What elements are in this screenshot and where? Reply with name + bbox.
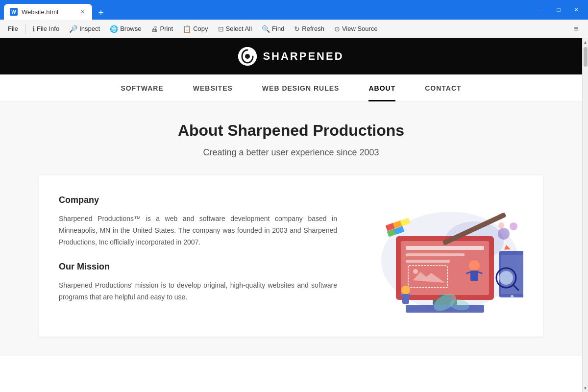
svg-point-18 [511,295,514,298]
refresh-button[interactable]: ↻ Refresh [290,23,328,35]
find-label: Find [272,25,284,32]
svg-rect-7 [406,253,465,256]
svg-rect-30 [402,294,409,304]
print-icon: 🖨 [151,25,158,33]
file-info-icon: ℹ [32,25,35,33]
select-all-button[interactable]: ⊡ Select All [214,23,256,35]
inspect-label: Inspect [79,25,100,32]
tab-close-button[interactable]: ✕ [78,8,86,16]
svg-point-20 [499,271,513,285]
view-source-label: View Source [342,25,378,32]
page-subtitle: Creating a better user experience since … [39,147,543,158]
logo-icon [238,47,257,66]
inspect-icon: 🔎 [69,25,77,33]
copy-button[interactable]: 📋 Copy [179,23,212,35]
file-button[interactable]: File [4,23,22,34]
svg-rect-6 [406,246,484,250]
find-button[interactable]: 🔍 Find [258,23,288,35]
scrollbar-thumb[interactable] [584,47,588,67]
content-card: Company Sharpened Productions™ is a web … [39,175,543,337]
nav-web-design-rules[interactable]: WEB DESIGN RULES [262,84,340,101]
find-icon: 🔍 [262,25,270,33]
new-tab-button[interactable]: + [94,6,108,20]
browser-tab[interactable]: W Website.html ✕ [4,4,92,20]
title-bar: W Website.html ✕ + ─ □ ✕ [0,0,588,20]
tab-favicon: W [10,8,18,16]
file-info-label: File Info [37,25,59,32]
copy-icon: 📋 [183,25,191,33]
window-controls: ─ □ ✕ [533,2,584,18]
tab-title: Website.html [22,8,74,16]
mission-text: Sharpened Productions' mission is to dev… [59,280,337,303]
nav-contact[interactable]: CONTACT [425,84,461,101]
minimize-button[interactable]: ─ [533,2,549,18]
page-content: SHARPENED SOFTWARE WEBSITES WEB DESIGN R… [0,38,582,392]
scrollbar-down-arrow[interactable]: ▼ [583,384,588,392]
refresh-icon: ↻ [294,25,300,33]
toolbar: File ℹ File Info 🔎 Inspect 🌐 Browse 🖨 Pr… [0,20,588,38]
tab-area: W Website.html ✕ + [4,0,533,20]
copy-label: Copy [193,25,208,32]
restore-button[interactable]: □ [551,2,566,18]
scrollbar-track: ▲ ▼ [582,38,588,392]
svg-point-11 [413,269,418,274]
view-source-button[interactable]: ⊙ View Source [330,23,382,35]
svg-point-37 [498,228,510,240]
company-heading: Company [59,195,337,205]
select-all-label: Select All [226,25,252,32]
page-body: About Sharpened Productions Creating a b… [0,102,582,356]
site-navigation: SOFTWARE WEBSITES WEB DESIGN RULES ABOUT… [0,74,582,102]
file-label: File [8,25,18,32]
svg-point-39 [498,222,504,228]
browse-button[interactable]: 🌐 Browse [106,23,145,35]
site-header: SHARPENED [0,38,582,74]
print-button[interactable]: 🖨 Print [147,23,177,35]
browse-label: Browse [120,25,141,32]
view-source-icon: ⊙ [334,25,340,33]
nav-software[interactable]: SOFTWARE [121,84,163,101]
svg-rect-8 [406,260,450,263]
print-label: Print [160,25,173,32]
content-text: Company Sharpened Productions™ is a web … [59,195,337,317]
svg-point-38 [510,222,517,230]
page-title: About Sharpened Productions [39,122,543,140]
svg-point-29 [401,286,410,294]
file-info-button[interactable]: ℹ File Info [28,23,63,35]
browser-content: SHARPENED SOFTWARE WEBSITES WEB DESIGN R… [0,38,588,392]
toolbar-separator-1 [25,24,25,34]
svg-point-33 [469,260,480,271]
nav-about[interactable]: ABOUT [368,84,395,101]
logo-text: SHARPENED [263,50,343,63]
mission-heading: Our Mission [59,262,337,272]
refresh-label: Refresh [302,25,324,32]
svg-point-1 [245,54,250,59]
content-illustration [357,195,523,317]
select-all-icon: ⊡ [218,25,224,33]
nav-websites[interactable]: WEBSITES [193,84,233,101]
browse-icon: 🌐 [110,25,118,33]
scrollbar-up-arrow[interactable]: ▲ [583,38,588,46]
inspect-button[interactable]: 🔎 Inspect [65,23,104,35]
hamburger-menu-button[interactable]: ≡ [568,21,584,37]
svg-rect-34 [470,270,478,281]
company-text: Sharpened Productions™ is a web and soft… [59,213,337,248]
close-button[interactable]: ✕ [568,2,584,18]
